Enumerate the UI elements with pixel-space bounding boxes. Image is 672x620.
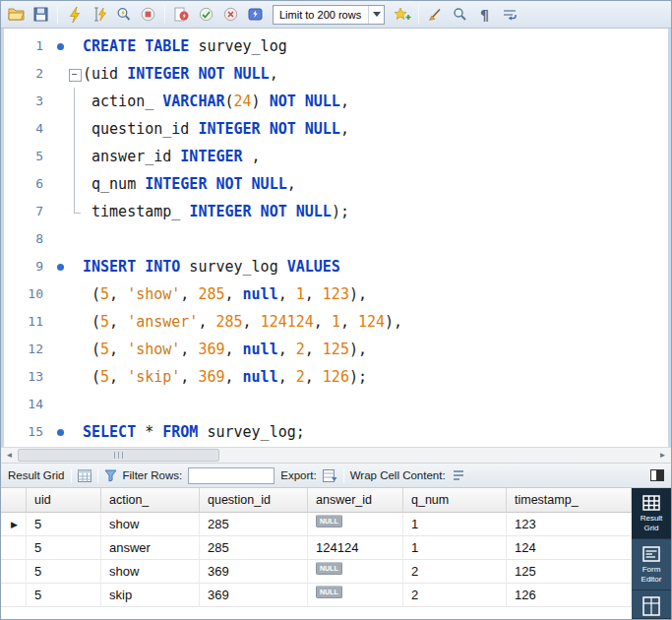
limit-rows-dropdown[interactable]: Limit to 200 rows [273, 5, 385, 25]
sidebar-tab-form-editor[interactable]: Form Editor [632, 539, 671, 590]
editor-line[interactable]: 7 timestamp_ INTEGER NOT NULL); [4, 198, 668, 225]
table-cell[interactable]: 369 [200, 584, 308, 607]
editor-line[interactable]: 11 (5, 'answer', 285, 124124, 1, 124), [4, 308, 668, 336]
new-snippet-button[interactable] [391, 3, 413, 27]
editor-line[interactable]: 3 action_ VARCHAR(24) NOT NULL, [4, 88, 668, 115]
code-text: answer_id INTEGER , [83, 143, 668, 170]
sidebar-tab-result-grid[interactable]: Result Grid [632, 488, 671, 539]
statement-marker [53, 60, 67, 88]
current-row-arrow-icon: ▶ [11, 520, 18, 529]
execute-current-button[interactable] [88, 3, 110, 27]
editor-line[interactable]: 6 q_num INTEGER NOT NULL, [4, 170, 668, 198]
column-header[interactable]: action_ [101, 488, 200, 513]
scroll-right-button[interactable]: ► [654, 448, 671, 463]
commit-button[interactable] [195, 3, 217, 27]
invisible-chars-button[interactable]: ¶ [473, 3, 496, 27]
table-cell[interactable]: answer [101, 536, 200, 560]
line-number: 9 [4, 253, 53, 280]
code-token: 123 [323, 285, 349, 303]
table-cell[interactable]: 285 [200, 536, 308, 560]
row-selector[interactable] [1, 584, 27, 607]
table-cell[interactable]: NULL [308, 584, 403, 607]
table-cell[interactable]: 5 [27, 584, 101, 607]
table-row[interactable]: 5show369NULL2125 [1, 560, 632, 584]
table-cell[interactable]: skip [101, 584, 200, 607]
table-cell[interactable]: 125 [507, 560, 632, 584]
column-header[interactable]: q_num [403, 488, 507, 513]
wrap-cell-content-icon[interactable] [452, 469, 465, 481]
table-cell[interactable]: 1 [403, 513, 507, 536]
filter-funnel-icon[interactable] [104, 469, 117, 482]
column-header[interactable]: answer_id [308, 488, 403, 513]
dropdown-arrow-icon[interactable] [368, 6, 384, 24]
grid-view-icon[interactable] [78, 469, 92, 482]
editor-line[interactable]: 2(uid INTEGER NOT NULL, [4, 60, 668, 88]
sql-code-editor[interactable]: 1CREATE TABLE survey_log2(uid INTEGER NO… [1, 29, 671, 447]
toggle-stop-on-error-button[interactable] [170, 3, 193, 27]
editor-line[interactable]: 9INSERT INTO survey_log VALUES [4, 253, 668, 280]
editor-line[interactable]: 13 (5, 'skip', 369, null, 2, 126); [4, 363, 668, 391]
row-selector[interactable] [1, 560, 27, 584]
save-script-button[interactable] [30, 3, 52, 27]
table-cell[interactable]: show [101, 560, 200, 584]
editor-line[interactable]: 12 (5, 'show', 369, null, 2, 125), [4, 336, 668, 363]
editor-line[interactable]: 14 [4, 391, 668, 418]
scrollbar-track[interactable] [18, 448, 654, 463]
sidebar-tab-partial[interactable] [632, 590, 671, 619]
table-cell[interactable]: 123 [507, 513, 632, 536]
beautify-button[interactable] [424, 3, 447, 27]
find-button[interactable] [449, 3, 471, 27]
row-selector[interactable]: ▶ [1, 513, 27, 536]
table-cell[interactable]: NULL [308, 513, 403, 536]
editor-line[interactable]: 4 question_id INTEGER NOT NULL, [4, 115, 668, 143]
table-row[interactable]: 5answer2851241241124 [1, 536, 632, 560]
table-cell[interactable]: 2 [403, 584, 507, 607]
export-icon[interactable] [323, 469, 337, 482]
table-cell[interactable]: 285 [200, 513, 308, 536]
filter-rows-input[interactable] [188, 467, 275, 484]
table-cell[interactable]: NULL [308, 560, 403, 584]
table-cell[interactable]: 5 [27, 536, 101, 560]
code-token: ), [349, 285, 367, 303]
execute-icon [68, 7, 82, 23]
code-token: VARCHAR [162, 93, 224, 110]
explain-button[interactable] [112, 3, 135, 27]
table-cell[interactable]: 5 [27, 560, 101, 584]
column-header[interactable]: uid [27, 488, 101, 513]
column-header[interactable]: timestamp_ [507, 488, 632, 513]
fold-marker [67, 115, 83, 143]
grid-header-row: uidaction_question_idanswer_idq_numtimes… [1, 488, 632, 513]
table-cell[interactable]: 5 [27, 513, 101, 536]
open-script-button[interactable] [5, 3, 28, 27]
row-selector[interactable] [1, 536, 27, 560]
execute-button[interactable] [63, 3, 86, 27]
editor-line[interactable]: 15SELECT * FROM survey_log; [4, 418, 668, 446]
table-cell[interactable]: 126 [507, 584, 632, 607]
column-header[interactable]: question_id [200, 488, 308, 513]
toggle-autocommit-button[interactable] [244, 3, 267, 27]
table-row[interactable]: 5skip369NULL2126 [1, 584, 632, 607]
table-cell[interactable]: 124124 [308, 536, 403, 560]
scroll-left-button[interactable]: ◄ [1, 448, 18, 463]
scrollbar-thumb[interactable] [18, 449, 219, 462]
editor-line[interactable]: 10 (5, 'show', 285, null, 1, 123), [4, 280, 668, 308]
partial-tab-icon [642, 596, 660, 616]
table-row[interactable]: ▶5show285NULL1123 [1, 513, 632, 536]
horizontal-scrollbar[interactable]: ◄ ► [1, 447, 671, 464]
stop-button[interactable] [137, 3, 159, 27]
code-token: 369 [198, 368, 224, 386]
table-cell[interactable]: 1 [403, 536, 507, 560]
wrap-text-button[interactable] [498, 3, 520, 27]
table-cell[interactable]: show [101, 513, 200, 536]
table-cell[interactable]: 124 [507, 536, 632, 560]
fold-marker[interactable] [67, 60, 83, 88]
editor-line[interactable]: 8 [4, 225, 668, 253]
editor-line[interactable]: 5 answer_id INTEGER , [4, 143, 668, 170]
table-cell[interactable]: 2 [403, 560, 507, 584]
rollback-button[interactable] [219, 3, 242, 27]
editor-line[interactable]: 1CREATE TABLE survey_log [4, 32, 668, 60]
statement-marker [53, 363, 67, 391]
table-cell[interactable]: 369 [200, 560, 308, 584]
toggle-panel-icon[interactable] [650, 469, 664, 481]
fold-marker [67, 198, 83, 225]
